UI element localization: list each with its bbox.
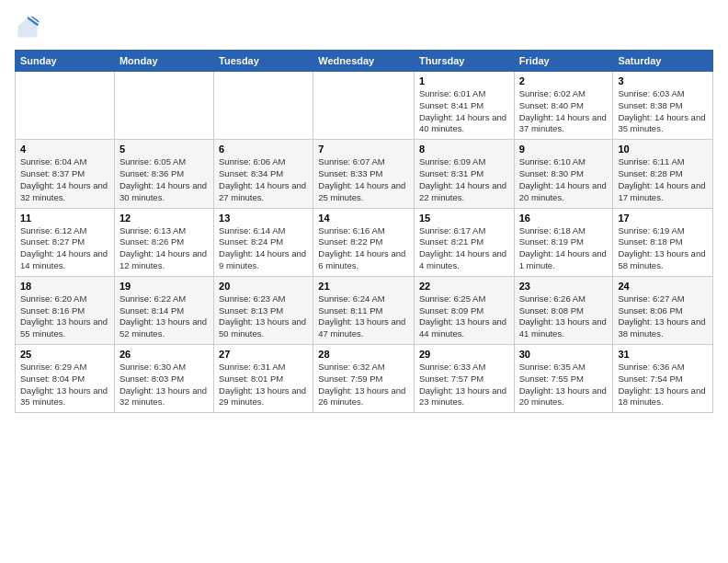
day-info: Sunrise: 6:27 AM Sunset: 8:06 PM Dayligh… (618, 293, 708, 340)
day-info: Sunrise: 6:01 AM Sunset: 8:41 PM Dayligh… (419, 88, 509, 135)
day-number: 19 (119, 281, 209, 292)
day-cell: 16Sunrise: 6:18 AM Sunset: 8:19 PM Dayli… (514, 208, 613, 276)
day-number: 24 (618, 281, 708, 292)
day-info: Sunrise: 6:13 AM Sunset: 8:26 PM Dayligh… (119, 225, 209, 272)
day-cell: 28Sunrise: 6:32 AM Sunset: 7:59 PM Dayli… (313, 345, 415, 413)
day-cell: 25Sunrise: 6:29 AM Sunset: 8:04 PM Dayli… (16, 345, 115, 413)
day-info: Sunrise: 6:26 AM Sunset: 8:08 PM Dayligh… (519, 293, 609, 340)
header-row: SundayMondayTuesdayWednesdayThursdayFrid… (16, 51, 713, 72)
day-number: 3 (618, 75, 708, 86)
day-cell: 22Sunrise: 6:25 AM Sunset: 8:09 PM Dayli… (414, 276, 514, 344)
day-number: 16 (519, 213, 609, 224)
day-info: Sunrise: 6:33 AM Sunset: 7:57 PM Dayligh… (419, 362, 509, 408)
day-number: 10 (618, 144, 708, 155)
day-info: Sunrise: 6:29 AM Sunset: 8:04 PM Dayligh… (20, 362, 109, 408)
header-wednesday: Wednesday (313, 51, 415, 72)
day-info: Sunrise: 6:32 AM Sunset: 7:59 PM Dayligh… (318, 362, 409, 408)
day-number: 13 (219, 213, 308, 224)
day-cell: 8Sunrise: 6:09 AM Sunset: 8:31 PM Daylig… (414, 140, 514, 208)
day-info: Sunrise: 6:31 AM Sunset: 8:01 PM Dayligh… (219, 362, 308, 408)
day-cell: 12Sunrise: 6:13 AM Sunset: 8:26 PM Dayli… (114, 208, 213, 276)
page: SundayMondayTuesdayWednesdayThursdayFrid… (0, 0, 728, 420)
day-info: Sunrise: 6:06 AM Sunset: 8:34 PM Dayligh… (219, 156, 308, 203)
day-cell: 17Sunrise: 6:19 AM Sunset: 8:18 PM Dayli… (613, 208, 713, 276)
day-cell: 10Sunrise: 6:11 AM Sunset: 8:28 PM Dayli… (613, 140, 713, 208)
day-number: 1 (419, 75, 509, 86)
day-number: 25 (20, 349, 109, 360)
day-number: 31 (618, 349, 708, 360)
day-info: Sunrise: 6:35 AM Sunset: 7:55 PM Dayligh… (519, 362, 609, 408)
day-cell: 13Sunrise: 6:14 AM Sunset: 8:24 PM Dayli… (214, 208, 313, 276)
day-number: 5 (119, 144, 209, 155)
logo (15, 15, 44, 40)
day-number: 29 (419, 349, 509, 360)
day-cell (313, 72, 415, 140)
day-cell: 15Sunrise: 6:17 AM Sunset: 8:21 PM Dayli… (414, 208, 514, 276)
day-info: Sunrise: 6:36 AM Sunset: 7:54 PM Dayligh… (618, 362, 708, 408)
day-info: Sunrise: 6:11 AM Sunset: 8:28 PM Dayligh… (618, 156, 708, 203)
day-cell: 30Sunrise: 6:35 AM Sunset: 7:55 PM Dayli… (514, 345, 613, 413)
day-number: 14 (318, 213, 409, 224)
day-number: 4 (20, 144, 109, 155)
day-number: 26 (119, 349, 209, 360)
calendar-table: SundayMondayTuesdayWednesdayThursdayFrid… (15, 50, 713, 413)
day-cell: 5Sunrise: 6:05 AM Sunset: 8:36 PM Daylig… (114, 140, 213, 208)
day-cell: 24Sunrise: 6:27 AM Sunset: 8:06 PM Dayli… (613, 276, 713, 344)
day-number: 30 (519, 349, 609, 360)
day-cell: 19Sunrise: 6:22 AM Sunset: 8:14 PM Dayli… (114, 276, 213, 344)
day-cell: 14Sunrise: 6:16 AM Sunset: 8:22 PM Dayli… (313, 208, 415, 276)
day-cell (214, 72, 313, 140)
day-number: 27 (219, 349, 308, 360)
day-info: Sunrise: 6:02 AM Sunset: 8:40 PM Dayligh… (519, 88, 609, 135)
day-cell: 7Sunrise: 6:07 AM Sunset: 8:33 PM Daylig… (313, 140, 415, 208)
day-info: Sunrise: 6:05 AM Sunset: 8:36 PM Dayligh… (119, 156, 209, 203)
day-number: 11 (20, 213, 109, 224)
day-number: 23 (519, 281, 609, 292)
day-info: Sunrise: 6:09 AM Sunset: 8:31 PM Dayligh… (419, 156, 509, 203)
day-info: Sunrise: 6:30 AM Sunset: 8:03 PM Dayligh… (119, 362, 209, 408)
day-info: Sunrise: 6:10 AM Sunset: 8:30 PM Dayligh… (519, 156, 609, 203)
day-cell: 23Sunrise: 6:26 AM Sunset: 8:08 PM Dayli… (514, 276, 613, 344)
day-cell: 31Sunrise: 6:36 AM Sunset: 7:54 PM Dayli… (613, 345, 713, 413)
week-row-4: 18Sunrise: 6:20 AM Sunset: 8:16 PM Dayli… (16, 276, 713, 344)
week-row-1: 1Sunrise: 6:01 AM Sunset: 8:41 PM Daylig… (16, 72, 713, 140)
day-number: 28 (318, 349, 409, 360)
day-info: Sunrise: 6:14 AM Sunset: 8:24 PM Dayligh… (219, 225, 308, 272)
day-cell: 2Sunrise: 6:02 AM Sunset: 8:40 PM Daylig… (514, 72, 613, 140)
day-cell (16, 72, 115, 140)
day-cell: 4Sunrise: 6:04 AM Sunset: 8:37 PM Daylig… (16, 140, 115, 208)
day-cell (114, 72, 213, 140)
day-info: Sunrise: 6:07 AM Sunset: 8:33 PM Dayligh… (318, 156, 409, 203)
day-number: 12 (119, 213, 209, 224)
header (15, 15, 713, 40)
day-info: Sunrise: 6:12 AM Sunset: 8:27 PM Dayligh… (20, 225, 109, 272)
day-info: Sunrise: 6:20 AM Sunset: 8:16 PM Dayligh… (20, 293, 109, 340)
day-info: Sunrise: 6:25 AM Sunset: 8:09 PM Dayligh… (419, 293, 509, 340)
day-number: 7 (318, 144, 409, 155)
day-info: Sunrise: 6:24 AM Sunset: 8:11 PM Dayligh… (318, 293, 409, 340)
day-cell: 1Sunrise: 6:01 AM Sunset: 8:41 PM Daylig… (414, 72, 514, 140)
day-info: Sunrise: 6:18 AM Sunset: 8:19 PM Dayligh… (519, 225, 609, 272)
day-cell: 29Sunrise: 6:33 AM Sunset: 7:57 PM Dayli… (414, 345, 514, 413)
day-cell: 3Sunrise: 6:03 AM Sunset: 8:38 PM Daylig… (613, 72, 713, 140)
day-cell: 27Sunrise: 6:31 AM Sunset: 8:01 PM Dayli… (214, 345, 313, 413)
header-friday: Friday (514, 51, 613, 72)
svg-marker-1 (18, 18, 38, 38)
day-info: Sunrise: 6:16 AM Sunset: 8:22 PM Dayligh… (318, 225, 409, 272)
week-row-5: 25Sunrise: 6:29 AM Sunset: 8:04 PM Dayli… (16, 345, 713, 413)
header-tuesday: Tuesday (214, 51, 313, 72)
day-info: Sunrise: 6:23 AM Sunset: 8:13 PM Dayligh… (219, 293, 308, 340)
day-info: Sunrise: 6:19 AM Sunset: 8:18 PM Dayligh… (618, 225, 708, 272)
day-number: 21 (318, 281, 409, 292)
day-cell: 20Sunrise: 6:23 AM Sunset: 8:13 PM Dayli… (214, 276, 313, 344)
day-number: 22 (419, 281, 509, 292)
day-number: 15 (419, 213, 509, 224)
day-cell: 9Sunrise: 6:10 AM Sunset: 8:30 PM Daylig… (514, 140, 613, 208)
day-number: 6 (219, 144, 308, 155)
logo-icon (15, 15, 40, 40)
header-thursday: Thursday (414, 51, 514, 72)
day-number: 2 (519, 75, 609, 86)
day-cell: 26Sunrise: 6:30 AM Sunset: 8:03 PM Dayli… (114, 345, 213, 413)
day-number: 20 (219, 281, 308, 292)
day-number: 8 (419, 144, 509, 155)
